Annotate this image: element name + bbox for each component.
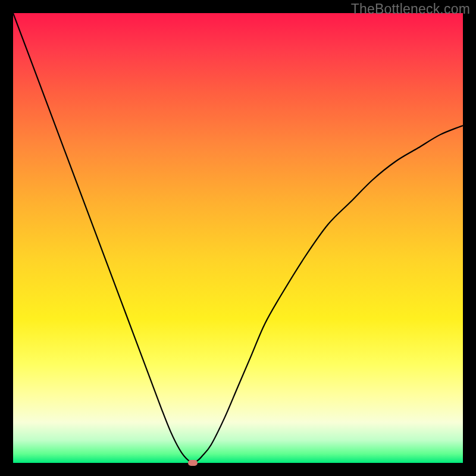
watermark-text: TheBottleneck.com [351,1,470,17]
chart-area [13,13,463,463]
bottleneck-curve [13,13,463,463]
optimum-marker [188,460,198,466]
